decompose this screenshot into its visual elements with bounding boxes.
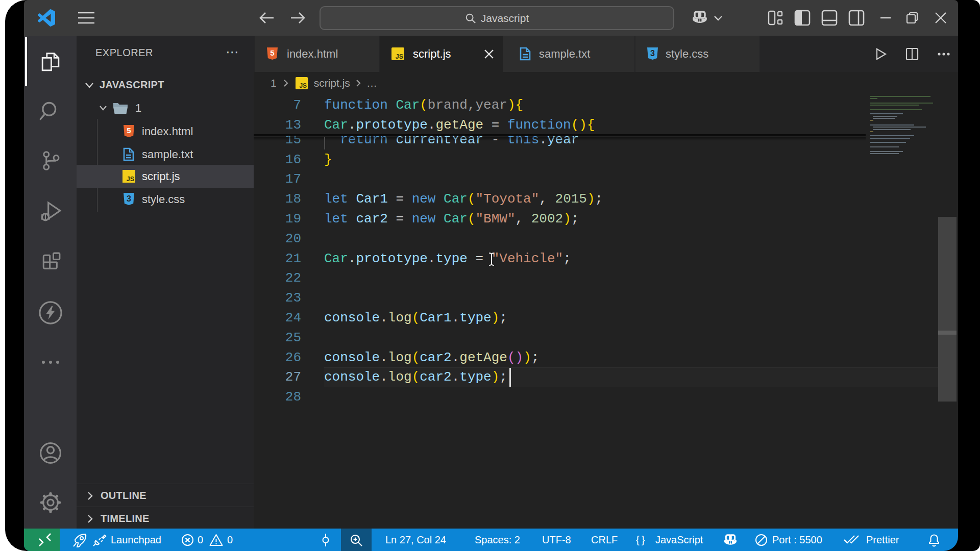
svg-text:JS: JS [299,82,307,89]
svg-text:3: 3 [650,49,655,58]
svg-text:JS: JS [127,176,134,183]
svg-text:3: 3 [127,194,131,203]
svg-text:JS: JS [396,53,403,60]
svg-text:5: 5 [127,126,131,135]
svg-text:5: 5 [270,48,274,57]
